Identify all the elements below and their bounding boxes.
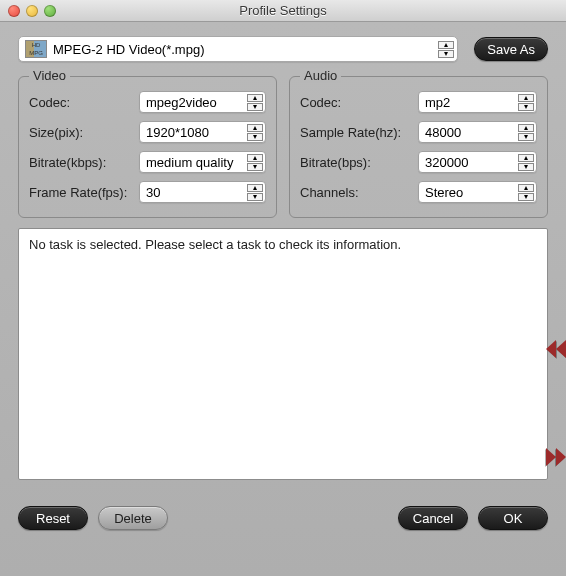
stepper-icon: ▴▾ — [247, 124, 263, 141]
profile-format-icon: HDMPG — [25, 40, 47, 58]
video-bitrate-select[interactable]: medium quality ▴▾ — [139, 151, 266, 173]
delete-button[interactable]: Delete — [98, 506, 168, 530]
nav-arrows — [546, 340, 566, 466]
cancel-button[interactable]: Cancel — [398, 506, 468, 530]
audio-bitrate-label: Bitrate(bps): — [300, 155, 418, 170]
stepper-icon: ▴▾ — [247, 94, 263, 111]
profile-select[interactable]: HDMPG MPEG-2 HD Video(*.mpg) ▴▾ — [18, 36, 458, 62]
stepper-icon: ▴▾ — [518, 184, 534, 201]
audio-bitrate-select[interactable]: 320000 ▴▾ — [418, 151, 537, 173]
video-fps-label: Frame Rate(fps): — [29, 185, 139, 200]
task-info-text: No task is selected. Please select a tas… — [29, 237, 401, 252]
stepper-icon: ▴▾ — [518, 154, 534, 171]
video-legend: Video — [29, 68, 70, 83]
audio-legend: Audio — [300, 68, 341, 83]
audio-channels-select[interactable]: Stereo ▴▾ — [418, 181, 537, 203]
task-info-panel: No task is selected. Please select a tas… — [18, 228, 548, 480]
video-size-label: Size(pix): — [29, 125, 139, 140]
audio-rate-select[interactable]: 48000 ▴▾ — [418, 121, 537, 143]
chevron-right-icon — [556, 448, 566, 466]
profile-select-value: MPEG-2 HD Video(*.mpg) — [53, 42, 204, 57]
stepper-icon: ▴▾ — [438, 41, 454, 58]
video-codec-label: Codec: — [29, 95, 139, 110]
audio-group: Audio Codec: mp2 ▴▾ Sample Rate(hz): 480… — [289, 76, 548, 218]
video-bitrate-label: Bitrate(kbps): — [29, 155, 139, 170]
video-fps-select[interactable]: 30 ▴▾ — [139, 181, 266, 203]
chevron-right-icon — [546, 448, 556, 466]
stepper-icon: ▴▾ — [247, 154, 263, 171]
chevron-left-icon — [546, 340, 556, 358]
audio-codec-label: Codec: — [300, 95, 418, 110]
audio-rate-label: Sample Rate(hz): — [300, 125, 418, 140]
next-button[interactable] — [546, 448, 566, 466]
stepper-icon: ▴▾ — [247, 184, 263, 201]
stepper-icon: ▴▾ — [518, 94, 534, 111]
audio-codec-select[interactable]: mp2 ▴▾ — [418, 91, 537, 113]
audio-channels-label: Channels: — [300, 185, 418, 200]
titlebar: Profile Settings — [0, 0, 566, 22]
stepper-icon: ▴▾ — [518, 124, 534, 141]
prev-button[interactable] — [546, 340, 566, 358]
video-codec-select[interactable]: mpeg2video ▴▾ — [139, 91, 266, 113]
reset-button[interactable]: Reset — [18, 506, 88, 530]
save-as-button[interactable]: Save As — [474, 37, 548, 61]
video-size-select[interactable]: 1920*1080 ▴▾ — [139, 121, 266, 143]
chevron-left-icon — [556, 340, 566, 358]
window-title: Profile Settings — [0, 3, 566, 18]
ok-button[interactable]: OK — [478, 506, 548, 530]
video-group: Video Codec: mpeg2video ▴▾ Size(pix): 19… — [18, 76, 277, 218]
